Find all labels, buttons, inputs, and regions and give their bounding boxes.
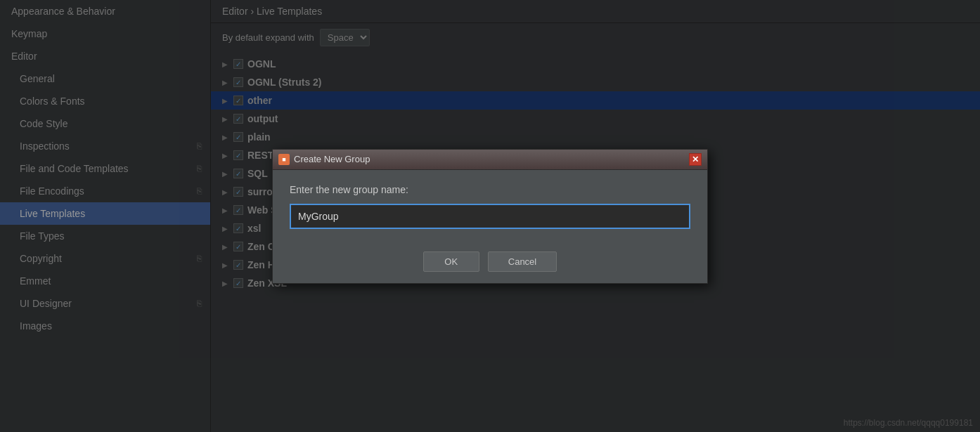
dialog-body: Enter the new group name: xyxy=(273,170,707,243)
dialog-icon: ■ xyxy=(278,154,290,165)
cancel-button[interactable]: Cancel xyxy=(488,251,557,272)
dialog-titlebar: ■ Create New Group ✕ xyxy=(273,150,707,170)
dialog-overlay: ■ Create New Group ✕ Enter the new group… xyxy=(0,0,980,432)
create-group-dialog: ■ Create New Group ✕ Enter the new group… xyxy=(272,149,708,284)
group-name-input[interactable] xyxy=(290,204,690,229)
close-button[interactable]: ✕ xyxy=(689,153,702,166)
dialog-title: Create New Group xyxy=(294,154,370,164)
dialog-prompt: Enter the new group name: xyxy=(290,184,690,195)
dialog-title-left: ■ Create New Group xyxy=(278,154,370,165)
ok-button[interactable]: OK xyxy=(423,251,479,272)
dialog-buttons: OK Cancel xyxy=(273,243,707,283)
